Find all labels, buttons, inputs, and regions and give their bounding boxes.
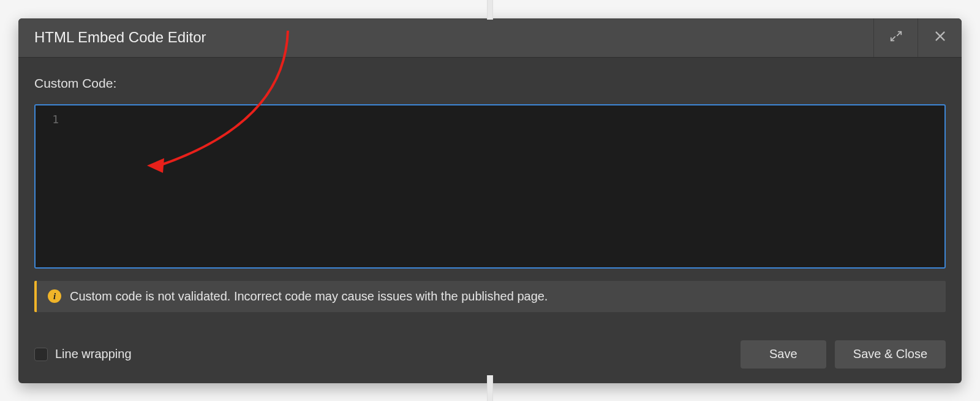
modal-title: HTML Embed Code Editor bbox=[18, 29, 873, 46]
line-wrapping-label: Line wrapping bbox=[55, 347, 132, 361]
custom-code-label: Custom Code: bbox=[34, 76, 946, 91]
embed-code-editor-modal: HTML Embed Code Editor Custom Code: bbox=[18, 18, 962, 383]
close-icon bbox=[933, 29, 947, 45]
validation-warning-banner: i Custom code is not validated. Incorrec… bbox=[34, 281, 946, 312]
line-wrapping-toggle[interactable]: Line wrapping bbox=[34, 347, 132, 361]
code-input[interactable] bbox=[65, 105, 944, 267]
canvas-divider-bottom bbox=[487, 375, 493, 401]
canvas-divider-top bbox=[487, 0, 493, 20]
close-button[interactable] bbox=[918, 18, 962, 58]
svg-line-0 bbox=[897, 32, 900, 36]
expand-icon bbox=[889, 29, 903, 45]
expand-button[interactable] bbox=[873, 18, 918, 58]
save-close-button[interactable]: Save & Close bbox=[835, 340, 946, 369]
modal-body: Custom Code: 1 i Custom code is not vali… bbox=[18, 58, 962, 326]
save-button[interactable]: Save bbox=[741, 340, 826, 369]
line-number: 1 bbox=[42, 113, 59, 126]
checkbox-icon bbox=[34, 348, 48, 361]
validation-warning-text: Custom code is not validated. Incorrect … bbox=[70, 289, 548, 304]
info-icon: i bbox=[48, 289, 61, 303]
line-gutter: 1 bbox=[36, 105, 65, 267]
modal-header: HTML Embed Code Editor bbox=[18, 18, 962, 58]
svg-line-1 bbox=[891, 37, 894, 40]
modal-footer: Line wrapping Save Save & Close bbox=[18, 326, 962, 383]
code-editor[interactable]: 1 bbox=[34, 104, 946, 269]
